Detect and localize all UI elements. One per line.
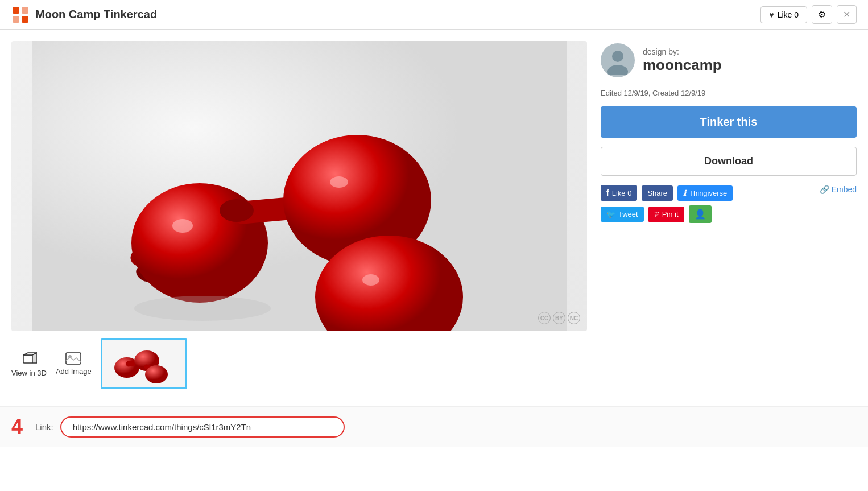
social-buttons-column: f Like 0 Share ℹ Thingiverse � — [601, 185, 733, 223]
download-button[interactable]: Download — [601, 147, 857, 176]
header-right: ♥ Like 0 ⚙ ✕ — [760, 5, 857, 24]
heart-icon: ♥ — [769, 10, 774, 19]
embed-label: Embed — [832, 185, 857, 194]
avatar — [601, 43, 635, 77]
google-plus-button[interactable]: 👤 — [689, 205, 712, 223]
bottom-bar: 4 Link: — [0, 406, 868, 447]
cc-by-icon: BY — [553, 312, 565, 324]
svg-point-15 — [220, 199, 254, 222]
tweet-label: Tweet — [618, 210, 638, 218]
pin-it-label: Pin it — [662, 210, 679, 218]
embed-link[interactable]: 🔗 Embed — [820, 185, 857, 194]
add-image-label: Add Image — [56, 367, 92, 376]
svg-rect-2 — [13, 16, 19, 23]
svg-point-24 — [134, 296, 271, 321]
thingiverse-button[interactable]: ℹ Thingiverse — [677, 185, 733, 201]
add-image-button[interactable]: Add Image — [56, 352, 92, 376]
facebook-like-button[interactable]: f Like 0 — [601, 185, 637, 201]
designer-info: design by: mooncamp — [643, 47, 722, 74]
share-label: Share — [647, 189, 667, 197]
design-by-label: design by: — [643, 47, 722, 56]
share-button[interactable]: Share — [642, 185, 673, 201]
step-number: 4 — [11, 415, 23, 439]
close-icon: ✕ — [843, 10, 850, 19]
avatar-icon — [604, 46, 632, 75]
svg-point-38 — [607, 65, 628, 75]
gear-icon: ⚙ — [818, 10, 826, 19]
viewer-section: CC BY NC View in 3D A — [11, 41, 587, 389]
image-icon — [65, 352, 81, 365]
thumbnail-molecule-icon — [110, 344, 178, 383]
thingiverse-label: Thingiverse — [689, 189, 727, 197]
svg-point-23 — [362, 274, 379, 286]
social-top-row: f Like 0 Share ℹ Thingiverse � — [601, 185, 857, 223]
link-input[interactable] — [60, 416, 345, 438]
thingiverse-icon: ℹ — [683, 189, 686, 197]
pin-it-button[interactable]: 𝓟 Pin it — [648, 207, 684, 222]
svg-rect-0 — [13, 7, 19, 14]
cube-3d-icon — [21, 350, 37, 366]
view-3d-button[interactable]: View in 3D — [11, 350, 47, 377]
3d-model-canvas — [11, 41, 587, 331]
like-label: Like 0 — [778, 10, 799, 19]
cc-nc-icon: NC — [568, 312, 580, 324]
svg-marker-28 — [32, 353, 37, 363]
pinterest-icon: 𝓟 — [654, 210, 659, 219]
svg-rect-26 — [23, 355, 32, 363]
thumbnail-strip: View in 3D Add Image — [11, 338, 587, 389]
sidebar: design by: mooncamp Edited 12/9/19, Crea… — [601, 41, 857, 389]
social-actions: f Like 0 Share ℹ Thingiverse � — [601, 185, 857, 223]
tinker-this-button[interactable]: Tinker this — [601, 106, 857, 138]
svg-point-37 — [612, 51, 623, 62]
3d-viewer[interactable]: CC BY NC — [11, 41, 587, 331]
fb-like-label: Like 0 — [612, 189, 632, 197]
header-left: Moon Camp Tinkercad — [11, 6, 157, 24]
svg-point-18 — [330, 176, 348, 188]
close-button[interactable]: ✕ — [837, 5, 857, 24]
app-title: Moon Camp Tinkercad — [35, 8, 157, 21]
active-thumbnail[interactable] — [101, 338, 187, 389]
link-label: Link: — [35, 422, 53, 432]
svg-rect-1 — [22, 7, 28, 14]
header: Moon Camp Tinkercad ♥ Like 0 ⚙ ✕ — [0, 0, 868, 30]
main-content: CC BY NC View in 3D A — [0, 30, 868, 401]
twitter-icon: 🐦 — [606, 210, 615, 218]
google-plus-icon: 👤 — [695, 209, 706, 220]
cc-icon: CC — [538, 312, 551, 324]
designer-section: design by: mooncamp — [601, 43, 857, 77]
view-3d-label: View in 3D — [11, 369, 47, 377]
chain-icon: 🔗 — [820, 185, 829, 194]
facebook-icon: f — [606, 188, 609, 197]
tinkercad-logo-icon — [11, 6, 30, 24]
tweet-button[interactable]: 🐦 Tweet — [601, 207, 644, 222]
edit-dates: Edited 12/9/19, Created 12/9/19 — [601, 89, 857, 97]
designer-name[interactable]: mooncamp — [643, 56, 722, 74]
svg-rect-3 — [22, 16, 28, 23]
social-row-2: 🐦 Tweet 𝓟 Pin it 👤 — [601, 205, 733, 223]
link-input-wrapper — [60, 416, 345, 438]
svg-point-36 — [145, 365, 168, 383]
svg-point-12 — [172, 219, 193, 233]
social-row-1: f Like 0 Share ℹ Thingiverse — [601, 185, 733, 201]
settings-button[interactable]: ⚙ — [812, 5, 832, 24]
like-button[interactable]: ♥ Like 0 — [760, 6, 807, 23]
cc-license-badge: CC BY NC — [538, 312, 580, 324]
